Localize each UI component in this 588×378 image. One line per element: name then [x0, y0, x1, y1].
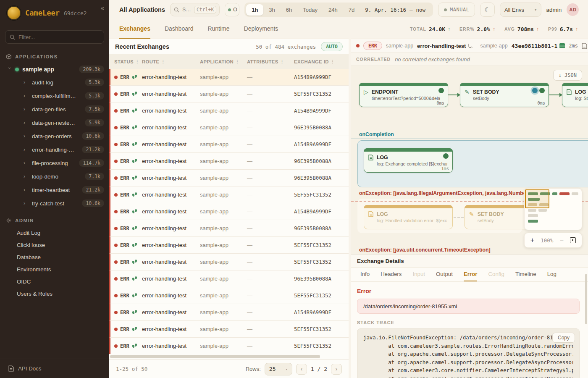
application-cell: sample-app	[200, 309, 247, 315]
flow-node-log[interactable]: LOG log: Sta	[562, 83, 588, 107]
zoom-in-button[interactable]: +	[530, 237, 534, 244]
sidebar-item-admin[interactable]: OIDC	[0, 276, 109, 288]
table-row[interactable]: ERRerror-handling-testsample-app—5EF55FC…	[109, 237, 349, 254]
table-row[interactable]: ERRerror-handling-testsample-app—5EF55FC…	[109, 186, 349, 203]
sidebar-item-route[interactable]: ›timer-heartbeat21.2k	[0, 183, 109, 197]
panel-title: Recent Exchanges	[115, 43, 169, 50]
environment-select[interactable]: All Envs ▾	[500, 3, 541, 17]
status-label: ERR	[120, 108, 129, 114]
table-row[interactable]: ERRerror-handling-testsample-app—96E395B…	[109, 270, 349, 287]
exchange-id-cell: A154B9A999DF	[294, 108, 349, 114]
table-row[interactable]: ERRerror-handling-testsample-app—5EF55FC…	[109, 86, 349, 102]
rows-per-page-select[interactable]: 25 ▾	[265, 363, 292, 375]
table-row[interactable]: ERRerror-handling-testsample-app—96E395B…	[109, 153, 349, 170]
zoom-out-button[interactable]: −	[560, 237, 564, 244]
manual-refresh-button[interactable]: MANUAL	[438, 3, 475, 17]
sidebar-item-admin[interactable]: ClickHouse	[0, 239, 109, 251]
global-search[interactable]: S… Ctrl+K	[170, 3, 220, 16]
online-indicator-button[interactable]: O	[225, 3, 239, 16]
sidebar-collapse-icon[interactable]: «	[101, 4, 104, 11]
flow-node-setbody[interactable]: ✎ SET BODY setBody 0ms	[460, 83, 549, 107]
time-range-6h[interactable]: 6h	[281, 4, 297, 16]
sidebar-filter[interactable]	[5, 30, 104, 44]
column-header-application[interactable]: APPLICATION⋮	[200, 59, 247, 64]
tab-runtime[interactable]: Runtime	[207, 19, 229, 39]
table-row[interactable]: ERRerror-handling-testsample-app—5EF55FC…	[109, 254, 349, 270]
exchange-id[interactable]: 43ee9811b801-1	[512, 43, 565, 49]
time-range-1h[interactable]: 1h	[246, 4, 263, 16]
document-icon[interactable]	[582, 43, 587, 49]
column-header-attributes[interactable]: ATTRIBUTES⋮	[247, 59, 294, 64]
details-tab-timeline[interactable]: Timeline	[515, 268, 536, 281]
download-json-button[interactable]: ↓ JSON	[553, 70, 582, 81]
sidebar-item-route[interactable]: ›file-processing114.7k	[0, 156, 109, 170]
fit-view-button[interactable]	[570, 237, 576, 243]
filter-input[interactable]	[18, 34, 100, 40]
tab-dashboard[interactable]: Dashboard	[165, 19, 194, 39]
scrollbar-thumb[interactable]	[110, 355, 320, 358]
details-tab-info[interactable]: Info	[360, 268, 370, 281]
column-header-status[interactable]: STATUS⋮	[114, 59, 142, 64]
stack-trace-line: at org.apache.camel.support.processor.De…	[363, 375, 573, 378]
table-row[interactable]: ERRerror-handling-testsample-app—5EF55FC…	[109, 321, 349, 338]
sidebar-item-admin[interactable]: Audit Log	[0, 227, 109, 239]
minimap-viewport[interactable]	[525, 189, 549, 208]
table-row[interactable]: ERRerror-handling-testsample-app—96E395B…	[109, 170, 349, 186]
sidebar-item-admin[interactable]: Database	[0, 251, 109, 263]
sidebar-item-route[interactable]: ›audit-log5.3k	[0, 76, 109, 89]
details-tab-error[interactable]: Error	[464, 268, 478, 281]
sidebar-item-route[interactable]: ›data-gen-neste…5.9k	[0, 116, 109, 129]
error-dot	[114, 176, 118, 180]
time-range-3h[interactable]: 3h	[263, 4, 280, 16]
user-name: admin	[546, 7, 562, 13]
time-range-24h[interactable]: 24h	[323, 4, 343, 16]
table-row[interactable]: ERRerror-handling-testsample-app—A154B9A…	[109, 304, 349, 321]
table-row[interactable]: ERRerror-handling-testsample-app—A154B9A…	[109, 102, 349, 119]
details-tab-log[interactable]: Log	[547, 268, 556, 281]
tab-deployments[interactable]: Deployments	[244, 19, 278, 39]
flow-node-completion-log[interactable]: LOG log: Exchange completed [${exchan 1m…	[364, 148, 453, 173]
sidebar-item-route[interactable]: ›data-gen-orders10.6k	[0, 129, 109, 143]
table-row[interactable]: ERRerror-handling-testsample-app—5EF55FC…	[109, 287, 349, 304]
date-range-button[interactable]: 9. Apr. 16:16 — now	[360, 7, 431, 13]
flow-node-exception-log[interactable]: LOG log: Handled validation error: ${exc…	[364, 205, 453, 229]
table-row[interactable]: ERRerror-handling-testsample-app—A154B9A…	[109, 203, 349, 220]
sidebar-item-route[interactable]: ›complex-fulfillm…5.3k	[0, 89, 109, 102]
flow-minimap[interactable]	[524, 188, 582, 230]
dark-mode-toggle[interactable]: ☾	[480, 3, 495, 17]
sidebar-item-route[interactable]: ›loop-demo7.1k	[0, 170, 109, 183]
detail-route-name[interactable]: error-handling-test	[417, 43, 472, 49]
sidebar-item-route[interactable]: ›error-handling-…21.2k	[0, 143, 109, 156]
time-range-7d[interactable]: 7d	[343, 4, 360, 16]
sidebar-item-sample-app[interactable]: › sample app 209.3k	[0, 63, 109, 76]
table-row[interactable]: ERRerror-handling-testsample-app—A154B9A…	[109, 69, 349, 86]
time-range-today[interactable]: Today	[297, 4, 323, 16]
sidebar-item-admin[interactable]: Users & Roles	[0, 288, 109, 300]
table-row[interactable]: ERRerror-handling-testsample-app—96E395B…	[109, 220, 349, 237]
exchange-count: 50 of 484 exchanges	[256, 44, 316, 50]
prev-page-button[interactable]: ‹	[296, 364, 307, 375]
manual-dot	[444, 8, 447, 11]
copy-button[interactable]: Copy	[552, 333, 575, 343]
vertical-scrollbar-thumb[interactable]	[585, 274, 587, 324]
route-flow-canvas[interactable]: ↓ JSON ▷ ENDPOINT timer:errorTest?period…	[351, 66, 588, 254]
details-tab-headers[interactable]: Headers	[381, 268, 402, 281]
table-row[interactable]: ERRerror-handling-testsample-app—A154B9A…	[109, 136, 349, 153]
flow-node-exception-setbody[interactable]: ✎ SET BODY setBody	[465, 205, 532, 229]
column-header-route[interactable]: ROUTE⋮	[142, 59, 200, 64]
column-header-exchange-id[interactable]: EXCHANGE ID⋮	[294, 59, 349, 64]
details-tab-output[interactable]: Output	[436, 268, 453, 281]
avatar[interactable]: AD	[567, 3, 579, 16]
sidebar-item-api-docs[interactable]: API Docs	[0, 359, 109, 378]
table-row[interactable]: ERRerror-handling-testsample-app—96E395B…	[109, 119, 349, 136]
table-row[interactable]: ERRerror-handling-testsample-app—5EF55FC…	[109, 338, 349, 354]
stack-trace-line: java.io.FileNotFoundException: /data/ord…	[363, 334, 573, 342]
sidebar-item-route[interactable]: ›data-gen-files7.5k	[0, 102, 109, 116]
auto-refresh-badge[interactable]: AUTO	[321, 42, 343, 51]
tab-exchanges[interactable]: Exchanges	[119, 19, 150, 39]
flow-node-endpoint[interactable]: ▷ ENDPOINT timer:errorTest?period=5000&d…	[359, 83, 448, 107]
sidebar-item-route[interactable]: ›try-catch-test10.6k	[0, 197, 109, 210]
next-page-button[interactable]: ›	[331, 364, 342, 375]
stack-trace-label: STACK TRACE	[357, 320, 580, 325]
sidebar-item-admin[interactable]: Environments	[0, 263, 109, 276]
